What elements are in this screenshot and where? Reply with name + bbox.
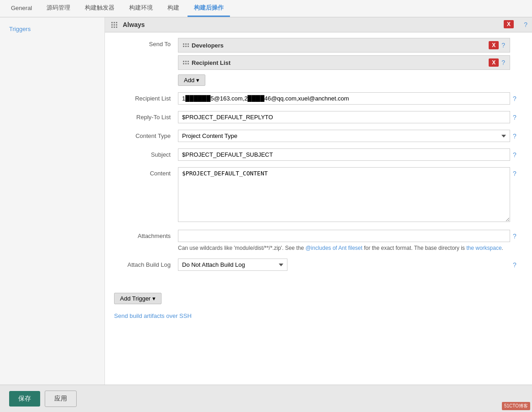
attach-log-field: Do Not Attach Build Log Attach Build Log…: [178, 259, 510, 271]
content-area: Always X ? Send To Developers X: [105, 17, 532, 385]
send-to-label: Send To: [114, 38, 178, 48]
watermark: 51CTO博客: [502, 402, 530, 410]
tab-source[interactable]: 源码管理: [40, 0, 77, 17]
send-to-row: Send To Developers X ?: [114, 38, 523, 86]
subject-field: [178, 148, 510, 161]
attachments-row: Attachments Can use wildcards like 'modu…: [114, 230, 523, 252]
attachments-helper: Can use wildcards like 'module/dist/**/*…: [178, 244, 510, 252]
attachments-input[interactable]: [178, 230, 510, 242]
send-to-field: Developers X ? Recipient List X ?: [178, 38, 510, 86]
below-content: Send build artifacts over SSH: [105, 309, 532, 323]
section-title: Always: [123, 21, 145, 28]
tab-post[interactable]: 构建后操作: [188, 0, 230, 17]
attach-log-help: ?: [510, 259, 523, 269]
content-field: $PROJECT_DEFAULT_CONTENT: [178, 167, 510, 223]
bottom-bar: 保存 应用: [0, 385, 532, 412]
attach-log-label: Attach Build Log: [114, 259, 178, 268]
recipient-list-row: Recipient List ?: [114, 92, 523, 105]
recipient-list-remove-button[interactable]: X: [489, 58, 499, 67]
add-trigger-icon: ▾: [152, 295, 156, 302]
add-trigger-label: Add Trigger: [120, 295, 151, 302]
developers-remove-button[interactable]: X: [489, 41, 499, 49]
apply-button[interactable]: 应用: [45, 391, 77, 407]
subject-input[interactable]: [178, 148, 510, 161]
section-close-button[interactable]: X: [504, 20, 514, 28]
attachments-help-icon[interactable]: ?: [513, 232, 516, 240]
tab-build[interactable]: 构建: [161, 0, 186, 17]
attach-log-row: Attach Build Log Do Not Attach Build Log…: [114, 259, 523, 271]
recipient-list-recipient: Recipient List X ?: [178, 55, 510, 70]
section-help-icon[interactable]: ?: [524, 21, 527, 28]
reply-to-label: Reply-To List: [114, 111, 178, 121]
recipient-list-help-icon[interactable]: ?: [501, 59, 505, 66]
tab-env[interactable]: 构建环境: [123, 0, 159, 17]
recipient-list-input-field: [178, 92, 510, 105]
below-text: Send build artifacts over SSH: [114, 312, 192, 319]
recipient-list-help-icon[interactable]: ?: [513, 95, 516, 102]
save-button[interactable]: 保存: [9, 391, 40, 407]
subject-row: Subject ?: [114, 148, 523, 161]
attach-log-select[interactable]: Do Not Attach Build Log Attach Build Log…: [178, 259, 287, 271]
content-row: Content $PROJECT_DEFAULT_CONTENT ?: [114, 167, 523, 223]
top-nav: General 源码管理 构建触发器 构建环境 构建 构建后操作: [0, 0, 532, 17]
reply-to-row: Reply-To List ?: [114, 111, 523, 123]
attachments-help: ?: [510, 230, 523, 240]
attachments-link1[interactable]: @includes of Ant fileset: [305, 245, 362, 251]
content-type-row: Content Type Project Content Type Defaul…: [114, 130, 523, 142]
content-label: Content: [114, 167, 178, 177]
add-trigger-button[interactable]: Add Trigger ▾: [114, 293, 162, 304]
recipient-list-help: ?: [510, 92, 523, 102]
reply-to-input[interactable]: [178, 111, 510, 123]
add-label: Add: [184, 77, 194, 84]
developers-help-icon[interactable]: ?: [501, 42, 505, 49]
developers-recipient: Developers X ?: [178, 38, 510, 53]
content-help-icon[interactable]: ?: [513, 170, 516, 177]
subject-label: Subject: [114, 148, 178, 158]
attach-log-help-icon[interactable]: ?: [513, 261, 516, 269]
form-body: Send To Developers X ?: [105, 32, 532, 286]
content-type-field: Project Content Type Default Content Typ…: [178, 130, 510, 142]
sidebar: Triggers: [0, 17, 105, 385]
attachments-link2[interactable]: the workspace: [466, 245, 501, 251]
attachments-helper-text2: for the exact format. The base directory…: [362, 245, 466, 251]
tab-general[interactable]: General: [5, 1, 38, 16]
tab-triggers[interactable]: 构建触发器: [78, 0, 121, 17]
recipient-list-label: Recipient List: [114, 92, 178, 102]
recipient-list-input[interactable]: [178, 92, 510, 105]
add-dropdown-icon: ▾: [196, 77, 199, 84]
attachments-label: Attachments: [114, 230, 178, 239]
recipient-list-name: Recipient List: [192, 59, 485, 66]
send-to-help: [510, 38, 523, 41]
developers-name: Developers: [192, 42, 485, 49]
section-header: Always X ?: [105, 17, 532, 32]
main-layout: Triggers Always X ? Send To: [0, 17, 532, 385]
attachments-helper-text3: .: [502, 245, 503, 251]
drag-handle-icon: [111, 22, 117, 28]
content-type-label: Content Type: [114, 130, 178, 139]
attachments-helper-text1: Can use wildcards like 'module/dist/**/*…: [178, 245, 305, 251]
reply-to-field: [178, 111, 510, 123]
content-textarea[interactable]: $PROJECT_DEFAULT_CONTENT: [178, 167, 510, 222]
add-trigger-area: Add Trigger ▾: [105, 286, 532, 309]
subject-help: ?: [510, 148, 523, 158]
sidebar-item-triggers[interactable]: Triggers: [0, 22, 104, 36]
developers-drag-icon: [183, 43, 189, 47]
reply-to-help-icon[interactable]: ?: [513, 114, 516, 121]
reply-to-help: ?: [510, 111, 523, 121]
recipient-list-drag-icon: [183, 61, 189, 64]
subject-help-icon[interactable]: ?: [513, 151, 516, 158]
content-type-help: ?: [510, 130, 523, 140]
content-type-select[interactable]: Project Content Type Default Content Typ…: [178, 130, 510, 142]
content-type-help-icon[interactable]: ?: [513, 132, 516, 140]
content-help: ?: [510, 167, 523, 177]
attachments-field: Can use wildcards like 'module/dist/**/*…: [178, 230, 510, 252]
add-recipient-button[interactable]: Add ▾: [178, 74, 205, 86]
